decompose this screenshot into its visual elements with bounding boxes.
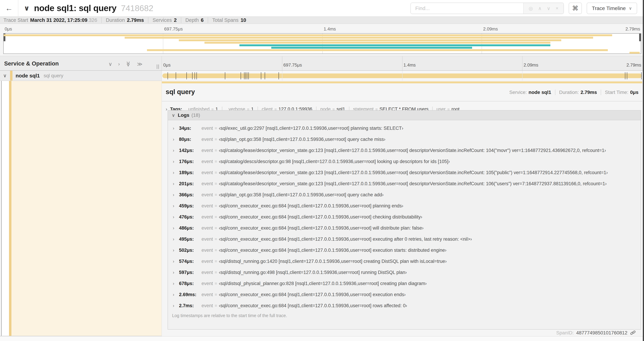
meta-value: 0μs xyxy=(630,90,638,95)
minimap-span xyxy=(179,39,561,41)
chevron-right-icon[interactable]: › xyxy=(173,303,179,308)
chevron-right-icon[interactable]: › xyxy=(173,292,179,297)
chevron-right-icon[interactable]: › xyxy=(173,248,179,253)
log-value: ‹sql/distsql_running.go:1420 [nsql1,clie… xyxy=(219,259,447,264)
locate-icon[interactable]: ◎ xyxy=(529,6,533,11)
view-selector-button[interactable]: Trace Timeline ∨ xyxy=(587,3,637,14)
window-scrollbar[interactable] xyxy=(643,0,644,341)
collapse-expand-controls: ∨ › ≫ ≫ xyxy=(108,61,142,67)
log-row[interactable]: ›34μs:event=‹sql/exec_util.go:2297 [nsql… xyxy=(168,123,641,134)
ruler-tick-label: 697.75μs xyxy=(284,62,302,68)
chevron-right-icon[interactable]: › xyxy=(173,281,179,286)
chevron-right-icon[interactable]: › xyxy=(173,159,179,164)
log-row[interactable]: ›476μs:event=‹sql/conn_executor_exec.go:… xyxy=(168,211,641,222)
span-row-name-cell[interactable]: ∨ node sql1 sql query xyxy=(0,71,162,81)
log-row[interactable]: ›2.69ms:event=‹sql/conn_executor_exec.go… xyxy=(168,289,641,300)
log-timestamp: 459μs: xyxy=(179,203,198,209)
minimap-canvas[interactable] xyxy=(3,33,641,54)
expand-one-icon[interactable]: › xyxy=(118,61,120,67)
log-row[interactable]: ›597μs:event=‹sql/distsql_running.go:498… xyxy=(168,267,641,278)
log-row[interactable]: ›678μs:event=‹sql/distsql_physical_plann… xyxy=(168,278,641,289)
log-marker xyxy=(248,72,249,79)
chevron-right-icon[interactable]: › xyxy=(173,170,179,175)
find-clear-icon[interactable]: × xyxy=(556,6,558,11)
logs-footnote: Log timestamps are relative to the start… xyxy=(172,313,287,318)
find-next-icon[interactable]: ∨ xyxy=(547,6,550,11)
find-prev-icon[interactable]: ∧ xyxy=(538,6,542,11)
chevron-right-icon[interactable]: › xyxy=(173,137,179,142)
collapse-all-icon[interactable]: ≫ xyxy=(125,61,132,67)
column-resize-grip[interactable] xyxy=(157,65,160,69)
detail-left-guide-line xyxy=(1,81,2,336)
minimap-right-scrubber-handle[interactable] xyxy=(639,34,641,41)
log-row[interactable]: ›366μs:event=‹sql/plan_opt.go:358 [nsql1… xyxy=(168,189,641,200)
log-row[interactable]: ›459μs:event=‹sql/conn_executor_exec.go:… xyxy=(168,200,641,211)
stat-value: 2.79ms xyxy=(127,17,144,23)
trace-id: 7418682 xyxy=(121,4,154,13)
chevron-right-icon[interactable]: › xyxy=(173,236,179,242)
keyboard-shortcuts-button[interactable]: ⌘ xyxy=(569,3,582,14)
chevron-right-icon[interactable]: › xyxy=(173,203,179,209)
log-value: ‹sql/catalog/lease/descriptor_version_st… xyxy=(219,170,608,175)
log-row[interactable]: ›201μs:event=‹sql/catalog/lease/descript… xyxy=(168,178,641,189)
chevron-right-icon[interactable]: › xyxy=(173,270,179,275)
log-value: ‹sql/exec_util.go:2297 [nsql1,client=127… xyxy=(219,126,403,131)
equals-sign: = xyxy=(215,192,217,197)
logs-title: Logs xyxy=(178,112,190,118)
chevron-right-icon[interactable]: › xyxy=(173,259,179,264)
span-id-row: SpanID: 4877749850101760812 xyxy=(556,329,636,336)
log-key: event xyxy=(202,248,213,253)
chevron-right-icon[interactable]: › xyxy=(173,181,179,186)
equals-sign: = xyxy=(215,214,217,219)
log-row[interactable]: ›80μs:event=‹sql/plan_opt.go:358 [nsql1,… xyxy=(168,134,641,145)
log-row[interactable]: ›486μs:event=‹sql/conn_executor_exec.go:… xyxy=(168,222,641,234)
collapse-one-icon[interactable]: ∨ xyxy=(108,61,112,67)
log-row[interactable]: ›495μs:event=‹sql/conn_executor_exec.go:… xyxy=(168,234,641,245)
log-timestamp: 34μs: xyxy=(179,126,198,131)
log-row[interactable]: ›574μs:event=‹sql/distsql_running.go:142… xyxy=(168,256,641,267)
gridline xyxy=(402,56,402,70)
stat-label: Total Spans xyxy=(212,17,238,23)
stat-label: Depth xyxy=(186,17,199,23)
equals-sign: = xyxy=(215,181,217,186)
chevron-right-icon[interactable]: › xyxy=(173,214,179,220)
back-button[interactable]: ← xyxy=(0,0,18,16)
span-collapse-chevron-icon[interactable]: ∨ xyxy=(3,73,10,79)
log-row[interactable]: ›189μs:event=‹sql/catalog/lease/descript… xyxy=(168,167,641,178)
span-row-timeline-cell[interactable] xyxy=(162,71,642,81)
copy-link-icon[interactable] xyxy=(630,330,636,336)
log-timestamp: 2.7ms: xyxy=(179,303,198,308)
log-row[interactable]: ›502μs:event=‹sql/conn_executor_exec.go:… xyxy=(168,245,641,256)
log-row[interactable]: ›176μs:event=‹sql/catalog/descs/descript… xyxy=(168,156,641,167)
log-row[interactable]: ›2.7ms:event=‹sql/conn_executor_exec.go:… xyxy=(168,300,641,310)
chevron-right-icon[interactable]: › xyxy=(173,192,179,198)
chevron-right-icon[interactable]: › xyxy=(173,148,179,153)
equals-sign: = xyxy=(215,137,217,142)
chevron-right-icon[interactable]: › xyxy=(173,225,179,231)
log-timestamp: 366μs: xyxy=(179,192,198,198)
detail-span-title: sql query xyxy=(166,88,195,96)
minimap-span xyxy=(147,49,608,51)
timeline-ruler: 0μs697.75μs1.4ms2.09ms2.79ms xyxy=(162,56,642,70)
log-marker xyxy=(194,72,195,79)
gridline xyxy=(282,56,282,70)
log-timestamp: 476μs: xyxy=(179,214,198,220)
detail-left-highlight xyxy=(12,81,162,336)
minimap-span xyxy=(204,42,550,44)
chevron-right-icon[interactable]: › xyxy=(173,126,179,131)
log-timestamp: 80μs: xyxy=(179,137,198,142)
equals-sign: = xyxy=(215,281,217,286)
collapse-trace-chevron-icon[interactable]: ∨ xyxy=(24,4,30,12)
log-timestamp: 495μs: xyxy=(179,236,198,242)
span-operation-name: sql query xyxy=(44,73,63,79)
logs-accordion-header[interactable]: ∨ Logs (18) xyxy=(168,111,641,120)
log-key: event xyxy=(202,259,213,264)
log-marker xyxy=(247,72,247,79)
bottom-strip xyxy=(0,336,644,341)
log-timestamp: 502μs: xyxy=(179,248,198,253)
find-input[interactable] xyxy=(411,3,523,14)
log-row[interactable]: ›142μs:event=‹sql/catalog/lease/descript… xyxy=(168,145,641,156)
log-key: event xyxy=(202,236,213,242)
log-marker xyxy=(186,72,187,79)
expand-all-icon[interactable]: ≫ xyxy=(137,61,142,67)
